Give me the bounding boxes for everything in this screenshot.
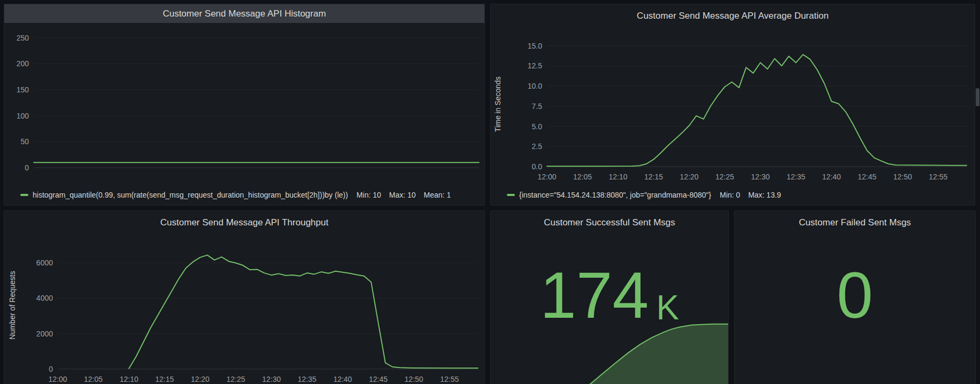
bottom-row: Customer Send Message API Throughput 020… xyxy=(4,210,976,384)
panel-successful-sent-msgs: Customer Successful Sent Msgs 174 K xyxy=(490,210,729,384)
panel-header-success-stat[interactable]: Customer Successful Sent Msgs xyxy=(491,211,728,234)
svg-text:12:00: 12:00 xyxy=(48,375,67,383)
top-row: Customer Send Message API Histogram 0501… xyxy=(4,4,976,206)
histogram-legend-max: Max: 10 xyxy=(389,191,416,199)
panel-histogram: Customer Send Message API Histogram 0501… xyxy=(4,4,485,206)
svg-text:12:20: 12:20 xyxy=(191,375,210,383)
svg-text:250: 250 xyxy=(17,34,29,42)
failed-stat-value-row: 0 xyxy=(735,234,975,357)
svg-text:12:30: 12:30 xyxy=(751,173,770,181)
svg-text:Number of Requests: Number of Requests xyxy=(8,271,17,339)
svg-text:50: 50 xyxy=(20,137,29,146)
panel-failed-sent-msgs: Customer Failed Sent Msgs 0 xyxy=(734,210,976,384)
failed-stat-number: 0 xyxy=(837,268,873,324)
svg-text:6000: 6000 xyxy=(36,258,53,267)
throughput-chart-area[interactable]: 020004000600012:0012:0512:1012:1512:2012… xyxy=(4,234,484,384)
svg-text:4000: 4000 xyxy=(36,294,53,302)
svg-text:12:25: 12:25 xyxy=(227,375,245,383)
svg-text:12:55: 12:55 xyxy=(929,173,947,181)
histogram-legend-min: Min: 10 xyxy=(357,191,381,199)
svg-text:100: 100 xyxy=(17,112,29,120)
sparkline-svg xyxy=(491,321,728,384)
success-stat-unit: K xyxy=(656,293,679,324)
svg-text:12:40: 12:40 xyxy=(822,173,841,181)
svg-text:0: 0 xyxy=(49,365,53,373)
success-stat-value: 174 K xyxy=(540,268,679,324)
svg-text:12:45: 12:45 xyxy=(369,375,388,383)
panel-header-histogram[interactable]: Customer Send Message API Histogram xyxy=(4,4,484,23)
success-stat-number: 174 xyxy=(540,268,649,324)
page-scrollbar[interactable] xyxy=(976,88,979,106)
svg-text:12:35: 12:35 xyxy=(786,173,805,181)
svg-text:12:15: 12:15 xyxy=(644,173,663,181)
avg-duration-legend: {instance="54.154.24.138:8080", job="gra… xyxy=(491,189,975,205)
svg-text:12:50: 12:50 xyxy=(405,375,423,383)
svg-text:2.5: 2.5 xyxy=(532,142,543,151)
avg-duration-legend-max: Max: 13.9 xyxy=(748,191,781,199)
grafana-dashboard: Customer Send Message API Histogram 0501… xyxy=(0,0,980,384)
svg-text:12:50: 12:50 xyxy=(893,173,912,181)
svg-text:12.5: 12.5 xyxy=(528,61,542,70)
panel-avg-duration: Customer Send Message API Average Durati… xyxy=(490,4,975,206)
panel-header-throughput[interactable]: Customer Send Message API Throughput xyxy=(4,211,484,234)
svg-text:5.0: 5.0 xyxy=(532,122,543,131)
svg-text:200: 200 xyxy=(17,59,29,68)
svg-text:12:15: 12:15 xyxy=(155,375,174,383)
histogram-legend-mean: Mean: 1 xyxy=(424,191,451,199)
svg-text:Time in Seconds: Time in Seconds xyxy=(493,76,502,132)
success-sparkline xyxy=(491,321,728,384)
panel-title-failed-stat[interactable]: Customer Failed Sent Msgs xyxy=(799,217,911,228)
panel-title-throughput[interactable]: Customer Send Message API Throughput xyxy=(160,217,328,228)
chart-svg: 0.02.55.07.510.012.515.012:0012:0512:101… xyxy=(491,28,975,189)
histogram-legend-label[interactable]: histogram_quantile(0.99, sum(rate(send_m… xyxy=(33,191,348,199)
chart-svg: 050100150200250 xyxy=(4,23,484,189)
svg-text:12:45: 12:45 xyxy=(858,173,876,181)
svg-text:7.5: 7.5 xyxy=(532,102,543,111)
panel-throughput: Customer Send Message API Throughput 020… xyxy=(4,210,485,384)
svg-text:2000: 2000 xyxy=(36,330,53,338)
svg-text:12:25: 12:25 xyxy=(715,173,734,181)
failed-stat-value: 0 xyxy=(837,268,873,324)
svg-text:150: 150 xyxy=(17,85,29,94)
svg-text:15.0: 15.0 xyxy=(528,42,542,50)
svg-text:12:30: 12:30 xyxy=(262,375,281,383)
svg-text:12:05: 12:05 xyxy=(84,375,103,383)
svg-text:12:55: 12:55 xyxy=(440,375,459,383)
svg-text:12:05: 12:05 xyxy=(573,173,592,181)
panel-title-avg-duration[interactable]: Customer Send Message API Average Durati… xyxy=(637,11,829,21)
svg-text:12:40: 12:40 xyxy=(333,375,352,383)
svg-text:0: 0 xyxy=(25,163,29,172)
svg-text:12:35: 12:35 xyxy=(298,375,317,383)
svg-text:10.0: 10.0 xyxy=(528,82,542,90)
chart-svg: 020004000600012:0012:0512:1012:1512:2012… xyxy=(4,234,484,384)
panel-header-avg-duration[interactable]: Customer Send Message API Average Durati… xyxy=(491,4,975,28)
panel-title-histogram[interactable]: Customer Send Message API Histogram xyxy=(163,9,326,19)
svg-text:12:20: 12:20 xyxy=(680,173,699,181)
histogram-legend: histogram_quantile(0.99, sum(rate(send_m… xyxy=(4,189,484,205)
panel-header-failed-stat[interactable]: Customer Failed Sent Msgs xyxy=(735,211,975,234)
avg-duration-legend-label[interactable]: {instance="54.154.24.138:8080", job="gra… xyxy=(519,191,711,199)
avg-duration-legend-min: Min: 0 xyxy=(720,191,740,199)
avg-duration-chart-area[interactable]: 0.02.55.07.510.012.515.012:0012:0512:101… xyxy=(491,28,975,189)
histogram-chart-area[interactable]: 050100150200250 xyxy=(4,23,484,189)
svg-text:12:10: 12:10 xyxy=(609,173,628,181)
svg-text:12:00: 12:00 xyxy=(537,173,556,181)
svg-text:0.0: 0.0 xyxy=(532,162,543,171)
svg-text:12:10: 12:10 xyxy=(120,375,138,383)
series-color-dash-icon xyxy=(507,194,515,196)
panel-title-success-stat[interactable]: Customer Successful Sent Msgs xyxy=(544,217,675,228)
series-color-dash-icon xyxy=(20,194,28,196)
